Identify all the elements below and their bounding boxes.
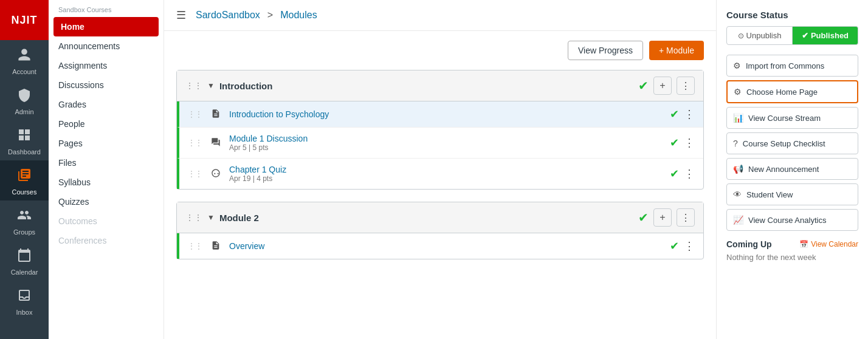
view-calendar-label: View Calendar	[811, 240, 858, 248]
item-title-1-1[interactable]: Introduction to Psychology	[229, 109, 664, 119]
module-actions-2: ✔ + ⋮	[638, 208, 695, 227]
item-menu-2-1[interactable]: ⋮	[684, 239, 695, 253]
item-drag-1-2[interactable]: ⋮⋮	[188, 139, 202, 147]
item-menu-1-3[interactable]: ⋮	[684, 167, 695, 180]
nav-item-admin[interactable]: Admin	[0, 80, 49, 120]
module-title-1: Introduction	[219, 81, 633, 91]
course-setup-checklist-action[interactable]: ? Course Setup Checklist	[726, 132, 858, 154]
checklist-icon: ?	[733, 139, 738, 148]
module-item-2-1: ⋮⋮ Overview ✔ ⋮	[177, 233, 703, 259]
hamburger-icon[interactable]: ☰	[176, 9, 186, 22]
import-from-commons-action[interactable]: ⚙ Import from Commons	[726, 55, 858, 77]
groups-icon	[17, 208, 32, 226]
nav-item-inbox-label: Inbox	[16, 309, 33, 316]
sidebar-item-quizzes[interactable]: Quizzes	[49, 192, 164, 211]
calendar-icon	[17, 248, 32, 266]
item-title-1-2[interactable]: Module 1 Discussion	[229, 134, 664, 143]
stream-icon: 📊	[733, 113, 743, 123]
module-drag-handle-1[interactable]: ⋮⋮	[185, 81, 202, 91]
sidebar-item-discussions[interactable]: Discussions	[49, 75, 164, 95]
module-menu-1[interactable]: ⋮	[677, 77, 695, 95]
sidebar-item-pages[interactable]: Pages	[49, 134, 164, 153]
view-calendar-link[interactable]: 📅 View Calendar	[799, 240, 858, 248]
unpublish-label: Unpublish	[746, 31, 782, 40]
item-content-1-3: Chapter 1 Quiz Apr 19 | 4 pts	[229, 165, 664, 183]
student-view-icon: 👁	[733, 190, 742, 199]
nav-item-account[interactable]: Account	[0, 40, 49, 80]
item-title-1-3[interactable]: Chapter 1 Quiz	[229, 165, 664, 174]
item-check-icon-1-1: ✔	[670, 108, 679, 121]
module-item-1-1: ⋮⋮ Introduction to Psychology ✔ ⋮	[177, 101, 703, 128]
item-menu-1-2[interactable]: ⋮	[684, 136, 695, 149]
coming-up-empty: Nothing for the next week	[726, 253, 858, 262]
module-drag-handle-2[interactable]: ⋮⋮	[185, 213, 202, 222]
view-progress-button[interactable]: View Progress	[568, 41, 643, 60]
quiz-icon-1-3	[208, 168, 223, 180]
unpublish-icon: ⊙	[738, 32, 744, 40]
import-label: Import from Commons	[746, 61, 824, 70]
module-check-icon-2: ✔	[638, 210, 649, 225]
module-menu-2[interactable]: ⋮	[677, 208, 695, 227]
content-area: View Progress + Module ⋮⋮ ▼ Introduction…	[164, 31, 716, 339]
module-header-2: ⋮⋮ ▼ Module 2 ✔ + ⋮	[177, 202, 703, 233]
item-menu-1-1[interactable]: ⋮	[684, 108, 695, 121]
student-view-label: Student View	[746, 190, 793, 199]
coming-up-title: Coming Up	[726, 239, 772, 249]
calendar-small-icon: 📅	[799, 240, 808, 248]
item-meta-1-3: Apr 19 | 4 pts	[229, 174, 664, 183]
sidebar-item-conferences: Conferences	[49, 231, 164, 250]
view-course-analytics-action[interactable]: 📈 View Course Analytics	[726, 209, 858, 231]
import-icon: ⚙	[733, 61, 741, 70]
item-content-2-1: Overview	[229, 241, 664, 251]
new-announcement-action[interactable]: 📢 New Announcement	[726, 158, 858, 180]
nav-item-groups[interactable]: Groups	[0, 200, 49, 241]
nav-item-admin-label: Admin	[15, 108, 33, 115]
sidebar-item-assignments[interactable]: Assignments	[49, 56, 164, 75]
module-collapse-2[interactable]: ▼	[207, 213, 215, 222]
coming-up-header: Coming Up 📅 View Calendar	[726, 239, 858, 249]
nav-item-calendar[interactable]: Calendar	[0, 241, 49, 281]
person-icon	[17, 47, 32, 66]
home-page-icon: ⚙	[734, 87, 742, 97]
choose-home-page-action[interactable]: ⚙ Choose Home Page	[726, 80, 858, 103]
module-check-icon-1: ✔	[638, 78, 649, 93]
item-drag-2-1[interactable]: ⋮⋮	[188, 242, 202, 250]
nav-item-calendar-label: Calendar	[11, 269, 38, 276]
toolbar: View Progress + Module	[176, 41, 704, 60]
sidebar-item-home[interactable]: Home	[53, 17, 159, 36]
module-add-item-1[interactable]: +	[653, 77, 672, 95]
item-content-1-1: Introduction to Psychology	[229, 109, 664, 119]
item-title-2-1[interactable]: Overview	[229, 241, 664, 251]
unpublish-button[interactable]: ⊙ Unpublish	[726, 26, 793, 45]
sidebar-item-syllabus[interactable]: Syllabus	[49, 173, 164, 192]
sidebar-item-people[interactable]: People	[49, 114, 164, 134]
announcement-icon: 📢	[733, 164, 743, 174]
item-drag-1-3[interactable]: ⋮⋮	[188, 170, 202, 178]
module-add-item-2[interactable]: +	[653, 208, 672, 227]
item-meta-1-2: Apr 5 | 5 pts	[229, 143, 664, 152]
arrow-indicator	[716, 108, 717, 135]
breadcrumb-course[interactable]: SardoSandbox	[196, 10, 260, 21]
status-buttons: ⊙ Unpublish ✔ Published	[726, 26, 858, 45]
nav-item-account-label: Account	[12, 68, 36, 75]
view-course-stream-action[interactable]: 📊 View Course Stream	[726, 107, 858, 129]
sidebar-breadcrumb: Sandbox Courses	[49, 0, 164, 17]
add-module-button[interactable]: + Module	[649, 41, 704, 60]
module-collapse-1[interactable]: ▼	[207, 81, 215, 90]
item-actions-1-1: ✔ ⋮	[670, 108, 695, 121]
student-view-action[interactable]: 👁 Student View	[726, 183, 858, 205]
course-status-title: Course Status	[726, 10, 858, 20]
sidebar-item-grades[interactable]: Grades	[49, 95, 164, 114]
nav-item-dashboard[interactable]: Dashboard	[0, 120, 49, 160]
item-actions-1-2: ✔ ⋮	[670, 136, 695, 149]
published-button[interactable]: ✔ Published	[793, 26, 858, 45]
nav-item-inbox[interactable]: Inbox	[0, 281, 49, 321]
topbar: ☰ SardoSandbox > Modules	[164, 0, 716, 31]
module-card-2: ⋮⋮ ▼ Module 2 ✔ + ⋮ ⋮⋮ Overview ✔	[176, 202, 704, 259]
item-drag-1-1[interactable]: ⋮⋮	[188, 110, 202, 118]
breadcrumb-separator: >	[267, 10, 273, 21]
check-published-icon: ✔	[802, 31, 808, 40]
nav-item-courses[interactable]: Courses	[0, 160, 49, 200]
sidebar-item-announcements[interactable]: Announcements	[49, 36, 164, 56]
sidebar-item-files[interactable]: Files	[49, 153, 164, 173]
